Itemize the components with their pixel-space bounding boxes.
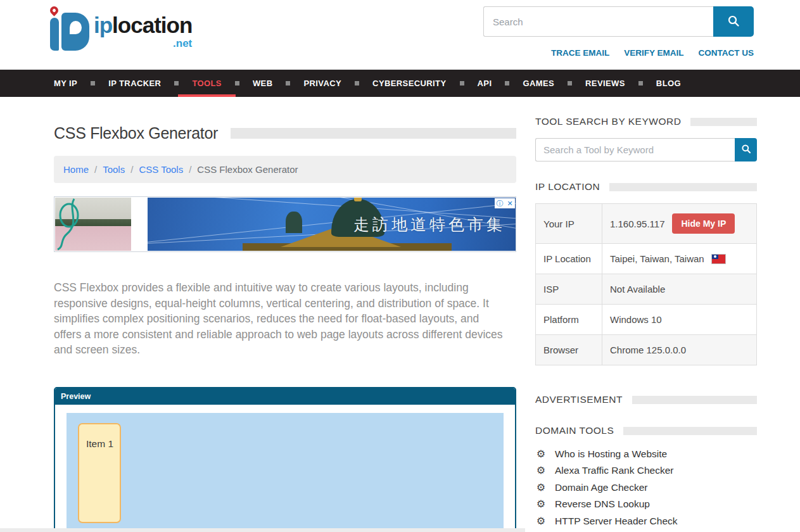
- logo-text-ip: ip: [94, 13, 112, 37]
- verify-email-link[interactable]: VERIFY EMAIL: [624, 48, 683, 58]
- main-nav: MY IP IP TRACKER TOOLS WEB PRIVACY CYBER…: [0, 70, 800, 97]
- nav-item-tools[interactable]: TOOLS: [183, 70, 231, 97]
- nav-item-cybersecurity[interactable]: CYBERSECURITY: [364, 70, 455, 97]
- heading-decoration-bar: [623, 427, 757, 435]
- logo-wordmark: iplocation .net: [94, 14, 192, 36]
- nav-item-ip-tracker[interactable]: IP TRACKER: [99, 70, 170, 97]
- search-icon: [727, 15, 740, 29]
- logo-ip-mark-icon: [49, 6, 90, 52]
- row-label: Your IP: [536, 204, 602, 244]
- breadcrumb-current: CSS Flexbox Generator: [197, 164, 298, 175]
- domain-tool-alexa-rank[interactable]: ⚙ Alexa Traffic Rank Checker: [535, 464, 757, 478]
- ad-close-icon[interactable]: ✕: [505, 198, 515, 208]
- tool-search-heading: TOOL SEARCH BY KEYWORD: [535, 116, 681, 127]
- page-title: CSS Flexbox Generator: [54, 124, 218, 142]
- tool-search-button[interactable]: [735, 138, 757, 162]
- nav-separator: [568, 81, 572, 86]
- nav-separator: [91, 81, 95, 86]
- nav-separator: [235, 81, 239, 86]
- nav-separator: [174, 81, 179, 86]
- site-header: iplocation .net TRACE EMAIL VERIFY EMAIL…: [0, 0, 800, 70]
- table-row: Browser Chrome 125.0.0.0: [536, 335, 757, 365]
- nav-separator: [460, 81, 464, 86]
- preview-panel-header: Preview: [55, 388, 515, 405]
- table-row: IP Location Taipei, Taiwan, Taiwan: [536, 244, 757, 274]
- nav-item-web[interactable]: WEB: [244, 70, 282, 97]
- domain-tool-domain-age[interactable]: ⚙ Domain Age Checker: [535, 481, 757, 494]
- heading-decoration-bar: [609, 183, 757, 191]
- domain-tools-heading: DOMAIN TOOLS: [535, 425, 614, 436]
- ip-location-table: Your IP 1.160.95.117 Hide My IP IP Locat…: [535, 203, 757, 365]
- nav-separator: [505, 81, 509, 86]
- breadcrumb-css-tools[interactable]: CSS Tools: [139, 164, 183, 175]
- taiwan-flag-icon: [712, 255, 725, 263]
- ad-left-image: [55, 198, 131, 251]
- table-row: Your IP 1.160.95.117 Hide My IP: [536, 204, 757, 244]
- breadcrumb-home[interactable]: Home: [63, 164, 89, 175]
- nav-separator: [286, 81, 290, 86]
- heading-decoration-bar: [690, 118, 757, 126]
- flexbox-preview-item-1: Item 1: [78, 423, 121, 523]
- header-search-button[interactable]: [713, 6, 754, 37]
- row-label: IP Location: [536, 244, 602, 274]
- nav-item-games[interactable]: GAMES: [514, 70, 563, 97]
- tool-search: [535, 138, 757, 162]
- tool-description: CSS Flexbox provides a flexible and intu…: [54, 280, 509, 358]
- title-decoration-bar: [231, 128, 516, 139]
- row-value: 1.160.95.117 Hide My IP: [602, 204, 757, 244]
- page: iplocation .net TRACE EMAIL VERIFY EMAIL…: [0, 0, 800, 532]
- nav-item-blog[interactable]: BLOG: [647, 70, 690, 97]
- nav-item-reviews[interactable]: REVIEWS: [576, 70, 634, 97]
- table-row: Platform Windows 10: [536, 305, 757, 335]
- domain-tools-list: ⚙ Who is Hosting a Website ⚙ Alexa Traff…: [535, 447, 757, 532]
- header-search-input[interactable]: [483, 6, 713, 37]
- domain-tool-whois-hosting[interactable]: ⚙ Who is Hosting a Website: [535, 447, 757, 460]
- ad-banner[interactable]: 走訪地道特色市集 ⓘ ✕: [54, 196, 516, 252]
- nav-item-my-ip[interactable]: MY IP: [45, 70, 86, 97]
- header-search: [483, 6, 754, 37]
- gear-icon: ⚙: [535, 499, 547, 509]
- your-ip-value: 1.160.95.117: [610, 218, 664, 229]
- sidebar: TOOL SEARCH BY KEYWORD IP LOCATION Your …: [535, 97, 757, 532]
- trace-email-link[interactable]: TRACE EMAIL: [551, 48, 609, 58]
- logo-text-location: location: [112, 13, 192, 37]
- gear-icon: ⚙: [535, 516, 547, 526]
- location-pin-icon: [48, 4, 60, 16]
- table-row: ISP Not Available: [536, 274, 757, 305]
- contact-us-link[interactable]: CONTACT US: [699, 48, 754, 58]
- domain-tool-http-header[interactable]: ⚙ HTTP Server Header Check: [535, 514, 757, 528]
- ip-location-heading: IP LOCATION: [535, 181, 600, 193]
- nav-separator: [638, 81, 643, 86]
- nav-item-api[interactable]: API: [469, 70, 501, 97]
- breadcrumb-tools[interactable]: Tools: [103, 164, 125, 175]
- main-content: CSS Flexbox Generator Home / Tools / CSS…: [54, 97, 516, 532]
- nav-separator: [355, 81, 359, 86]
- advertisement-heading: ADVERTISEMENT: [535, 394, 623, 405]
- flexbox-preview-container: Item 1: [67, 413, 504, 532]
- row-value: Taipei, Taiwan, Taiwan: [602, 244, 757, 274]
- gear-icon: ⚙: [535, 449, 547, 459]
- breadcrumb: Home / Tools / CSS Tools / CSS Flexbox G…: [54, 156, 516, 183]
- preview-panel: Preview Item 1: [54, 387, 516, 532]
- platform-value: Windows 10: [602, 305, 757, 335]
- gear-icon: ⚙: [535, 466, 547, 476]
- domain-tool-reverse-dns[interactable]: ⚙ Reverse DNS Lookup: [535, 498, 757, 511]
- site-logo[interactable]: iplocation .net: [49, 5, 201, 56]
- row-label: Platform: [536, 305, 602, 335]
- hide-my-ip-button[interactable]: Hide My IP: [672, 213, 735, 234]
- row-label: ISP: [536, 274, 602, 305]
- adchoices-info-icon[interactable]: ⓘ: [495, 198, 505, 208]
- logo-text-net: .net: [173, 38, 192, 49]
- nav-item-privacy[interactable]: PRIVACY: [295, 70, 350, 97]
- ad-main-image: 走訪地道特色市集 ⓘ ✕: [148, 198, 516, 251]
- tool-search-input[interactable]: [535, 138, 735, 162]
- header-links: TRACE EMAIL VERIFY EMAIL CONTACT US: [483, 48, 754, 58]
- footer-edge: [0, 528, 525, 532]
- ip-location-value: Taipei, Taiwan, Taiwan: [610, 253, 704, 264]
- row-label: Browser: [536, 335, 602, 365]
- heading-decoration-bar: [632, 396, 757, 404]
- gear-icon: ⚙: [535, 483, 547, 493]
- isp-value: Not Available: [602, 274, 757, 305]
- search-icon: [741, 144, 751, 156]
- ad-overlay-text: 走訪地道特色市集: [353, 214, 505, 235]
